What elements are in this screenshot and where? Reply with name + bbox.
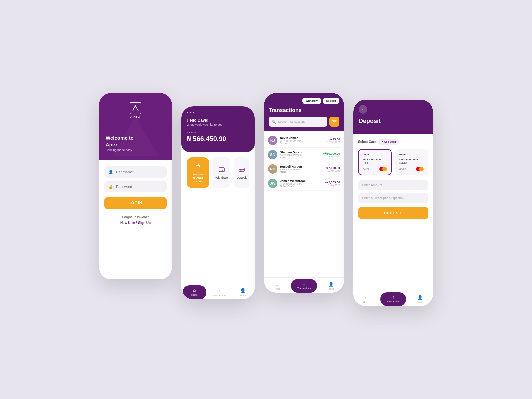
home-label: Home [274,288,280,290]
trans-info: Stephen Durant SKY-26424-3PP08A... Vibes [280,151,320,159]
card-type: debit [399,153,424,156]
username-input[interactable] [116,170,163,174]
home-screen: Hello David, What would you like to do? … [181,106,255,299]
home-nav: ⌂ Home ↕ Transactions 👤 Profile [181,284,255,299]
svg-rect-4 [239,168,244,171]
select-card-label: Select Card [358,140,376,144]
card-expiry: 04/22 [363,168,369,171]
login-button[interactable]: LOGIN [104,197,167,209]
card-number: •••• •••• •••• 6443 [399,158,424,165]
search-icon: 🔍 [272,120,276,124]
password-field-container: 🔒 [104,181,167,192]
transactions-header: Withdraw Deposit Transactions 🔍 Search T… [264,93,344,131]
back-button[interactable]: ‹ [359,105,367,114]
trans-date: 9 May 2020 [325,184,340,186]
transactions-list: KJ Kevin James GHY-26424-3PP08A... Schoo… [264,131,344,277]
search-placeholder: Search Transactions [278,120,305,123]
trans-category: Netflix [280,171,323,173]
dep-nav-transactions[interactable]: ↕ Transactions [380,292,406,306]
trans-nav-transactions[interactable]: ↕ Transactions [291,279,317,293]
trans-category: Vibes [280,156,320,159]
nav-home[interactable]: ⌂ Home [183,285,206,299]
transaction-item[interactable]: KJ Kevin James GHY-26424-3PP08A... Schoo… [268,133,340,148]
login-welcome-title: Welcome to Apex [106,135,133,148]
screens-container: APEX Welcome to Apex Banking made easy 👤… [99,93,433,306]
dep-nav-home[interactable]: ⌂ Home [353,294,379,305]
svg-point-3 [221,170,222,171]
deposit-button[interactable]: DEPOSIT [358,207,428,219]
login-welcome-sub: Banking made easy [106,148,133,152]
trans-id: GHY-26424-3PP08A... [280,140,324,142]
profile-icon: 👤 [328,282,334,287]
home-nav-icon: ⌂ [193,287,196,293]
trans-header-top: Withdraw Deposit [269,98,339,104]
username-field-container: 👤 [104,166,167,178]
debit-card-0[interactable]: debit •••• •••• •••• 6112 04/22 [358,149,392,175]
card-number: •••• •••• •••• 6112 [363,158,387,165]
add-card-button[interactable]: + Add Card [379,139,399,145]
description-input[interactable]: Enter a Description(Optional) [358,193,428,203]
deposit-card[interactable]: Deposit [234,157,249,188]
deposit-nav: ⌂ Home ↕ Transactions 👤 Profile [353,291,433,306]
dots-menu[interactable] [187,112,249,113]
trans-nav-profile[interactable]: 👤 Profile [318,280,344,291]
apex-logo-icon [130,102,141,114]
lock-icon: 🔒 [108,184,113,189]
trans-info: James Westbrook TPD-26424-3PP08A... Onli… [280,179,323,187]
home-body: Transferto ApexAccount Withdraw [181,152,255,284]
trans-amount: +₦50,000.00 [323,152,340,155]
password-input[interactable] [116,185,163,189]
transaction-item[interactable]: RH Russell Harden PPD-26424-3PP08A... Ne… [268,162,340,176]
trans-category: Online Course [280,185,323,187]
dep-nav-profile[interactable]: 👤 Profile [407,294,433,305]
deposit-button[interactable]: Deposit [323,98,339,104]
trans-nav-home[interactable]: ⌂ Home [264,280,290,291]
amount-input[interactable]: Enter Amount [358,180,428,190]
trans-amount: -₦23.00 [327,138,340,141]
dot1 [187,112,188,113]
withdraw-label: Withdraw [215,176,228,179]
new-user-link[interactable]: New User? Sign Up [120,221,151,225]
balance-amount: ₦ 566,450.90 [187,135,249,143]
trans-icon: ↕ [303,281,305,286]
home-nav-label: Home [191,294,198,296]
login-screen: APEX Welcome to Apex Banking made easy 👤… [99,93,172,279]
user-icon: 👤 [108,170,113,174]
transfer-card[interactable]: Transferto ApexAccount [187,157,209,188]
filter-button[interactable] [329,117,339,127]
svg-marker-0 [133,106,138,111]
trans-amount-col: +₦50,000.00 3 Apr 2020 [323,152,340,158]
nav-profile[interactable]: 👤 Profile [231,287,255,298]
trans-search-row: 🔍 Search Transactions [269,117,339,127]
trans-name: James Westbrook [280,179,323,183]
transactions-title: Transactions [269,107,339,113]
forgot-password-link[interactable]: Forgot Password? [122,215,149,219]
dot2 [190,112,191,113]
trans-info: Russell Harden PPD-26424-3PP08A... Netfl… [280,165,323,173]
transfer-label: Transferto ApexAccount [193,173,203,183]
cards-row: debit •••• •••• •••• 6112 04/22 debit ••… [358,149,428,175]
dep-home-icon: ⌂ [365,295,368,300]
trans-name: Russell Harden [280,165,323,168]
card-expiry: 09/20 [399,168,406,171]
dep-trans-label: Transactions [387,300,400,303]
nav-transactions[interactable]: ↕ Transactions [208,287,231,298]
trans-date: 12 Jan 2020 [327,141,340,143]
dep-trans-icon: ↕ [392,294,395,299]
transactions-screen: Withdraw Deposit Transactions 🔍 Search T… [264,93,344,293]
trans-category: School [280,142,324,144]
transaction-item[interactable]: JW James Westbrook TPD-26424-3PP08A... O… [268,176,340,191]
home-icon: ⌂ [276,282,278,287]
trans-name: Kevin James [280,136,324,140]
dot3 [193,112,194,113]
withdraw-button[interactable]: Withdraw [302,98,321,104]
card-type: debit [363,153,387,156]
trans-id: PPD-26424-3PP08A... [280,168,323,171]
debit-card-1[interactable]: debit •••• •••• •••• 6443 09/20 [395,149,428,175]
withdraw-card[interactable]: Withdraw [213,157,231,188]
trans-date: 3 Apr 2020 [323,155,340,158]
trans-info: Kevin James GHY-26424-3PP08A... School [280,136,324,144]
deposit-label: Deposit [236,176,247,179]
transaction-item[interactable]: SD Stephen Durant SKY-26424-3PP08A... Vi… [268,148,340,162]
trans-search-box[interactable]: 🔍 Search Transactions [269,117,327,127]
